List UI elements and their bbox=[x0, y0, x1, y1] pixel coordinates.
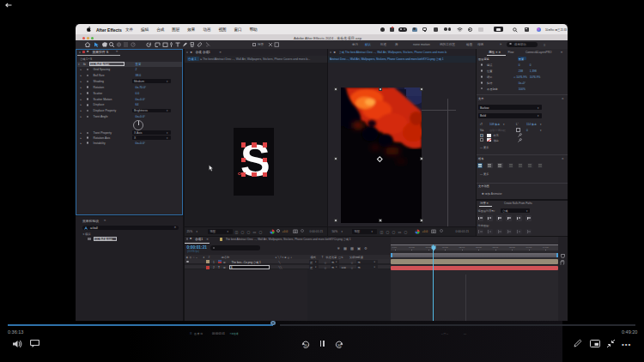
svg-text:30: 30 bbox=[337, 343, 341, 347]
svg-text:30: 30 bbox=[304, 343, 308, 347]
